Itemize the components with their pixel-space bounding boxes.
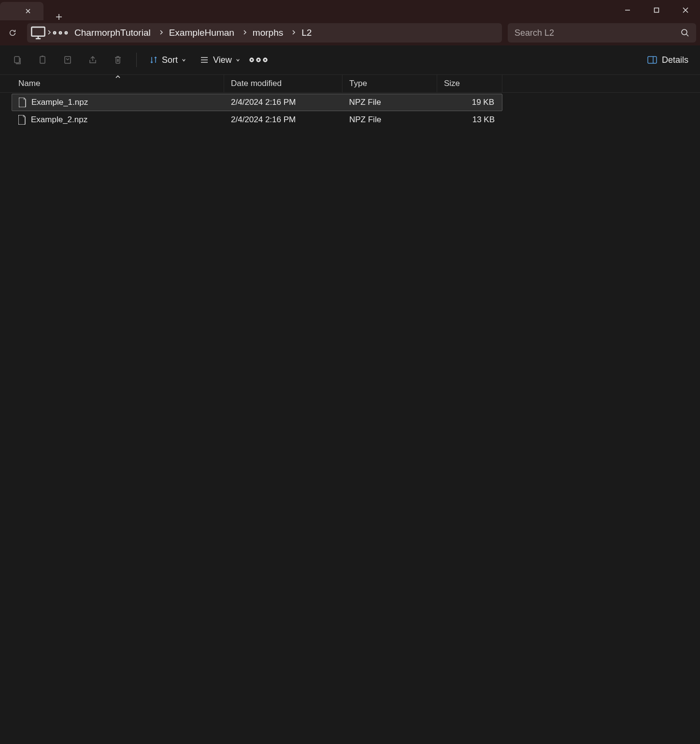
active-tab[interactable]	[0, 2, 43, 20]
cut-icon	[13, 55, 22, 65]
file-date-cell: 2/4/2024 2:16 PM	[224, 111, 343, 129]
ellipsis-icon	[249, 57, 268, 63]
column-label: Name	[18, 79, 40, 88]
file-name: Example_2.npz	[31, 115, 87, 125]
breadcrumb-item[interactable]: morphs	[248, 25, 288, 41]
file-date-cell: 2/4/2024 2:16 PM	[224, 94, 343, 111]
breadcrumb-segment: CharmorphTutorial	[70, 25, 163, 41]
monitor-icon	[30, 25, 46, 41]
close-window-button[interactable]	[671, 0, 700, 20]
plus-icon	[56, 14, 62, 20]
svg-rect-6	[14, 57, 19, 63]
svg-point-5	[682, 29, 687, 35]
breadcrumb-overflow-button[interactable]	[52, 25, 69, 41]
file-name: Example_1.npz	[31, 98, 88, 107]
chevron-right-icon[interactable]	[159, 29, 163, 37]
svg-point-10	[257, 58, 260, 61]
more-button[interactable]	[249, 50, 268, 70]
chevron-right-icon[interactable]	[292, 29, 296, 37]
search-box[interactable]	[508, 23, 696, 43]
svg-rect-0	[655, 8, 659, 13]
file-type-cell: NPZ File	[343, 111, 437, 129]
file-size-cell: 19 KB	[437, 94, 501, 111]
cut-button[interactable]	[7, 49, 28, 71]
paste-button[interactable]	[57, 49, 78, 71]
sort-ascending-icon	[115, 71, 120, 81]
pc-icon-button[interactable]	[30, 25, 46, 41]
column-header-row: Name Date modified Type Size	[0, 74, 700, 93]
column-label: Size	[444, 79, 460, 88]
chevron-down-icon	[236, 56, 240, 64]
close-icon	[683, 7, 688, 13]
column-header-name[interactable]: Name	[12, 75, 224, 92]
svg-point-11	[264, 58, 267, 61]
chevron-right-icon[interactable]	[47, 29, 51, 37]
window-controls	[613, 0, 700, 20]
details-pane-button[interactable]: Details	[643, 52, 693, 68]
view-label: View	[213, 55, 232, 65]
column-header-date[interactable]: Date modified	[224, 75, 343, 92]
minimize-button[interactable]	[613, 0, 642, 20]
column-header-type[interactable]: Type	[343, 75, 437, 92]
svg-point-2	[54, 32, 56, 34]
share-button[interactable]	[82, 49, 103, 71]
chevron-right-icon[interactable]	[243, 29, 247, 37]
details-pane-icon	[647, 56, 657, 64]
svg-point-3	[59, 32, 61, 34]
maximize-icon	[654, 7, 659, 13]
breadcrumb-bar[interactable]: CharmorphTutorial ExampleHuman morphs L2	[27, 23, 502, 43]
chevron-down-icon	[182, 56, 186, 64]
ellipsis-icon	[52, 30, 69, 35]
breadcrumb-item[interactable]: CharmorphTutorial	[70, 25, 156, 41]
file-name-cell: Example_2.npz	[12, 111, 224, 129]
file-icon	[18, 115, 26, 125]
address-bar-row: CharmorphTutorial ExampleHuman morphs L2	[0, 20, 700, 45]
search-input[interactable]	[514, 28, 676, 38]
command-toolbar: Sort View Details	[0, 45, 700, 74]
breadcrumb-item[interactable]: L2	[297, 25, 316, 41]
maximize-button[interactable]	[642, 0, 671, 20]
sort-label: Sort	[162, 55, 178, 65]
column-header-size[interactable]: Size	[437, 75, 502, 92]
svg-rect-12	[648, 57, 657, 63]
details-label: Details	[662, 55, 688, 65]
copy-icon	[38, 55, 47, 65]
svg-rect-1	[31, 27, 44, 36]
breadcrumb-segment: ExampleHuman	[164, 25, 247, 41]
column-label: Type	[349, 79, 367, 88]
refresh-button[interactable]	[4, 24, 21, 42]
svg-rect-7	[40, 57, 45, 63]
share-icon	[88, 55, 98, 65]
paste-icon	[63, 55, 72, 65]
copy-button[interactable]	[32, 49, 53, 71]
file-row[interactable]: Example_2.npz 2/4/2024 2:16 PM NPZ File …	[12, 111, 502, 129]
file-list: Example_1.npz 2/4/2024 2:16 PM NPZ File …	[0, 93, 700, 744]
close-tab-button[interactable]	[24, 7, 32, 15]
delete-button[interactable]	[107, 49, 129, 71]
view-icon	[200, 56, 209, 64]
new-tab-button[interactable]	[49, 14, 69, 20]
column-label: Date modified	[231, 79, 282, 88]
svg-point-4	[65, 32, 67, 34]
file-icon	[19, 98, 27, 107]
minimize-icon	[625, 7, 630, 13]
breadcrumb-item[interactable]: ExampleHuman	[164, 25, 239, 41]
sort-icon	[149, 56, 158, 64]
trash-icon	[113, 55, 123, 65]
close-icon	[26, 9, 30, 14]
file-type-cell: NPZ File	[343, 94, 437, 111]
search-icon	[681, 29, 689, 37]
sort-dropdown[interactable]: Sort	[144, 52, 191, 68]
file-size-cell: 13 KB	[437, 111, 501, 129]
tab-strip	[0, 0, 613, 20]
toolbar-divider	[136, 53, 137, 67]
refresh-icon	[8, 29, 17, 37]
view-dropdown[interactable]: View	[195, 52, 245, 68]
svg-point-9	[250, 58, 253, 61]
file-name-cell: Example_1.npz	[12, 94, 224, 111]
titlebar	[0, 0, 700, 20]
breadcrumb-segment: L2	[297, 25, 316, 41]
breadcrumb-segment: morphs	[248, 25, 296, 41]
file-row[interactable]: Example_1.npz 2/4/2024 2:16 PM NPZ File …	[12, 94, 502, 111]
